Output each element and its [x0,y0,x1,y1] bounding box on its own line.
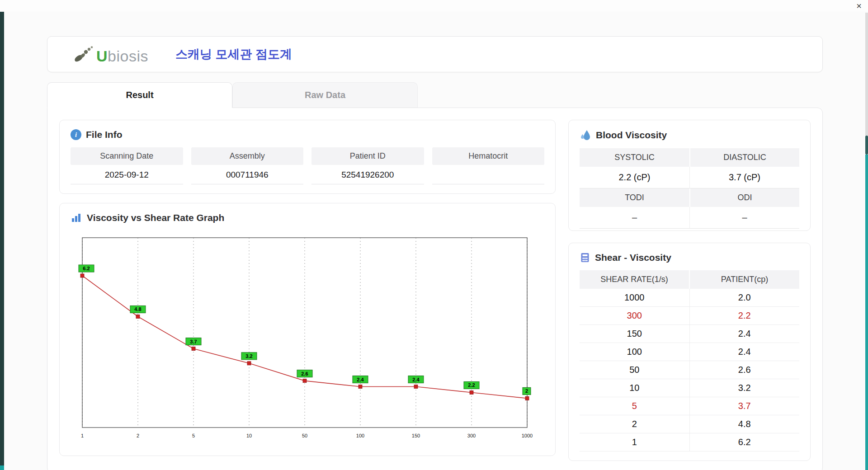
shear-rate-cell: 10 [580,379,689,397]
patient-cell: 2.4 [689,325,800,343]
table-calculator-icon [580,252,590,263]
field-label: Assembly [191,147,304,165]
blood-viscosity-card: Blood Viscosity SYSTOLIC DIASTOLIC 2.2 (… [568,120,811,231]
table-row: 300 2.2 [580,307,799,325]
shear-viscosity-card: Shear - Viscosity SHEAR RATE(1/s) PATIEN… [568,243,811,461]
shear-rate-cell: 100 [580,343,689,361]
patient-cell: 2.6 [689,361,800,379]
odi-value: – [689,207,799,229]
main-app: Ubiosis 스캐닝 모세관 점도계 Result Raw Data i Fi… [47,36,823,470]
close-icon[interactable]: × [856,1,862,11]
todi-label: TODI [580,188,689,207]
field-assembly: Assembly 000711946 [191,147,304,184]
svg-text:50: 50 [302,433,307,438]
left-column: i File Info Scanning Date 2025-09-12 Ass… [59,120,556,461]
table-row: 5 3.7 [580,397,799,415]
logo-leaf-icon [73,45,94,64]
table-row: 100 2.4 [580,343,799,361]
water-drops-icon [580,129,591,141]
patient-cell: 4.8 [689,415,800,433]
patient-cell: 2.0 [689,289,800,307]
odi-label: ODI [689,188,799,207]
shear-rate-cell: 1000 [580,289,689,307]
tab-bar: Result Raw Data [47,82,823,108]
table-row: 150 2.4 [580,325,799,343]
right-column: Blood Viscosity SYSTOLIC DIASTOLIC 2.2 (… [568,120,811,461]
svg-text:3.2: 3.2 [245,353,252,359]
table-row: 2 4.8 [580,415,799,433]
field-scanning-date: Scanning Date 2025-09-12 [71,147,183,184]
shear-rate-cell: 1 [580,433,689,451]
patient-cell: 2.2 [689,307,800,325]
logo-letter-u: U [96,47,108,65]
patient-cell: 2.4 [689,343,800,361]
file-info-header: i File Info [71,129,544,140]
table-row: 50 2.6 [580,361,799,379]
shear-rate-cell: 150 [580,325,689,343]
field-value: 52541926200 [311,165,424,184]
table-row: 1000 2.0 [580,289,799,307]
left-edge-strip [0,5,4,465]
svg-text:1: 1 [81,433,84,438]
ubiosis-logo: Ubiosis [73,45,148,64]
table-row: 1 6.2 [580,433,799,451]
blood-viscosity-title: Blood Viscosity [596,130,667,141]
svg-text:150: 150 [412,433,420,438]
patient-cell: 3.7 [689,397,800,415]
field-value: 000711946 [191,165,304,184]
header: Ubiosis 스캐닝 모세관 점도계 [47,36,823,72]
bar-chart-icon [71,212,82,223]
field-label: Patient ID [311,147,424,165]
svg-text:2.2: 2.2 [468,382,475,388]
svg-text:2.6: 2.6 [301,371,308,376]
result-panel: i File Info Scanning Date 2025-09-12 Ass… [47,108,823,470]
svg-text:2: 2 [137,433,139,438]
svg-text:2.4: 2.4 [357,377,364,382]
shear-viscosity-header: Shear - Viscosity [580,252,799,263]
shear-rate-cell: 2 [580,415,689,433]
logo-letters-biosis: biosis [108,47,148,65]
svg-text:300: 300 [467,433,476,438]
info-icon: i [71,129,81,140]
todi-value: – [580,207,689,229]
graph-header: Viscosity vs Shear Rate Graph [71,212,544,223]
shear-viscosity-table: SHEAR RATE(1/s) PATIENT(cp) 1000 2.0 300… [580,270,799,451]
file-info-title: File Info [86,129,123,140]
tab-result[interactable]: Result [47,82,232,108]
col-patient: PATIENT(cp) [689,270,799,289]
patient-cell: 3.2 [689,379,800,397]
file-info-fields: Scanning Date 2025-09-12 Assembly 000711… [71,147,544,184]
table-row: 10 3.2 [580,379,799,397]
field-patient-id: Patient ID 52541926200 [311,147,424,184]
svg-text:2: 2 [525,388,528,394]
blood-viscosity-header: Blood Viscosity [580,129,799,141]
shear-rate-cell: 50 [580,361,689,379]
field-value [432,165,545,184]
scrollbar-thumb[interactable] [865,136,868,155]
blood-viscosity-grid: SYSTOLIC DIASTOLIC 2.2 (cP) 3.7 (cP) TOD… [580,148,799,229]
diastolic-label: DIASTOLIC [689,148,799,167]
right-edge-teal-strip [865,155,868,470]
systolic-value: 2.2 (cP) [580,167,689,188]
viscosity-chart: 125105010015030010006.24.83.73.22.62.42.… [71,230,541,446]
shear-rate-cell: 5 [580,397,689,415]
table-header-row: SHEAR RATE(1/s) PATIENT(cp) [580,270,799,289]
svg-text:10: 10 [246,433,252,438]
field-hematocrit: Hematocrit [432,147,545,184]
window-title-bar [0,0,868,12]
svg-text:5: 5 [192,433,195,438]
left-edge-teal-strip [0,465,4,470]
page-title: 스캐닝 모세관 점도계 [175,46,292,62]
svg-text:6.2: 6.2 [83,266,90,271]
field-label: Scanning Date [71,147,183,165]
svg-text:100: 100 [356,433,364,438]
svg-text:1000: 1000 [522,433,533,438]
logo-text: Ubiosis [96,48,148,64]
svg-text:2.4: 2.4 [412,377,420,382]
tab-raw-data[interactable]: Raw Data [232,82,418,108]
file-info-card: i File Info Scanning Date 2025-09-12 Ass… [59,120,556,194]
graph-card: Viscosity vs Shear Rate Graph 1251050100… [59,203,556,456]
diastolic-value: 3.7 (cP) [689,167,799,188]
col-shear-rate: SHEAR RATE(1/s) [580,270,689,289]
shear-viscosity-title: Shear - Viscosity [595,252,671,263]
